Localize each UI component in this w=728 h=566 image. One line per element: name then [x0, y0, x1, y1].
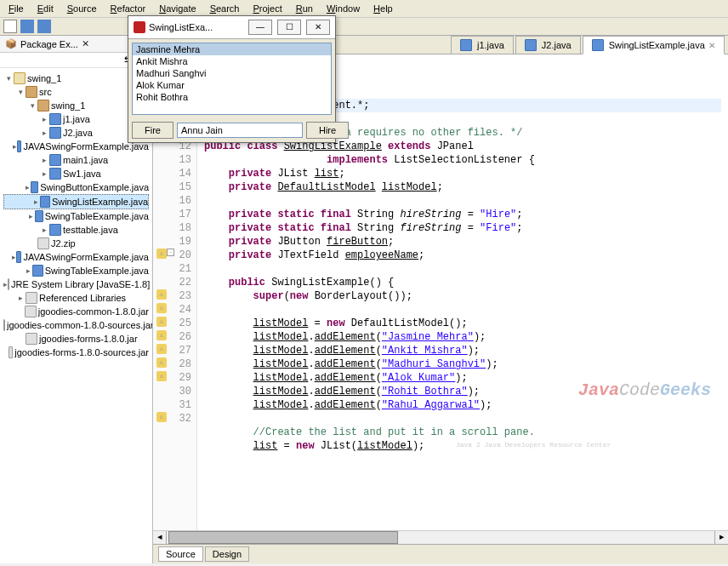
editor-tab[interactable]: SwingListExample.java✕ [583, 36, 725, 54]
save-all-icon[interactable] [37, 20, 51, 33]
fold-icon[interactable]: - [167, 249, 174, 256]
warning-marker-icon[interactable]: ⚠ [156, 357, 167, 368]
tree-toggle-icon[interactable]: ▸ [27, 212, 34, 220]
menu-window[interactable]: Window [321, 2, 365, 15]
tree-node[interactable]: ▸Referenced Libraries [3, 291, 149, 305]
tree-toggle-icon[interactable]: ▾ [27, 101, 37, 110]
close-button[interactable]: ✕ [306, 20, 330, 35]
code-line[interactable]: super(new BorderLayout()); [204, 289, 721, 303]
employee-name-input[interactable] [177, 123, 303, 138]
editor-tab[interactable]: J2.java [515, 36, 581, 54]
fire-button[interactable]: Fire [132, 122, 173, 139]
tree-node[interactable]: ▸SwingButtonExample.java [3, 180, 149, 194]
tree-node[interactable]: jgoodies-common-1.8.0-sources.jar [3, 318, 149, 332]
tree-node[interactable]: ▸SwingListExample.java [3, 194, 149, 209]
tree-node[interactable]: ▸main1.java [3, 153, 149, 167]
list-item[interactable]: Madhuri Sanghvi [133, 67, 331, 79]
hire-button[interactable]: Hire [306, 122, 349, 139]
tree-toggle-icon[interactable]: ▸ [39, 115, 49, 123]
code-line[interactable]: private JList list; [204, 167, 721, 180]
code-line[interactable]: public SwingListExample() { [204, 276, 721, 289]
code-line[interactable]: listModel = new DefaultListModel(); [204, 317, 721, 330]
code-line[interactable]: private static final String fireString =… [204, 221, 721, 235]
tree-toggle-icon[interactable]: ▾ [15, 88, 26, 96]
tree-node[interactable]: ▸JAVASwingFormExample.java [3, 250, 149, 264]
swing-titlebar[interactable]: SwingListExa... — ☐ ✕ [128, 16, 335, 39]
code-line[interactable]: listModel.addElement("Ankit Mishra"); [204, 344, 721, 357]
warning-marker-icon[interactable]: ⚠ [156, 249, 167, 259]
file-icon [31, 181, 38, 193]
tree-node[interactable]: ▸testtable.java [3, 223, 149, 237]
swing-app-window[interactable]: SwingListExa... — ☐ ✕ Jasmine MehraAnkit… [128, 15, 336, 143]
code-line[interactable]: //Create the list and put it in a scroll… [204, 426, 721, 439]
tree-toggle-icon[interactable]: ▸ [39, 169, 49, 178]
code-line[interactable]: listModel.addElement("Alok Kumar"); [204, 371, 721, 385]
menu-refactor[interactable]: Refactor [105, 2, 151, 15]
code-line[interactable]: listModel.addElement("Madhuri Sanghvi"); [204, 357, 721, 371]
tree-node[interactable]: ▸Sw1.java [3, 167, 149, 180]
menu-edit[interactable]: Edit [32, 2, 59, 15]
code-line[interactable]: private JTextField employeeName; [204, 249, 721, 262]
tree-node[interactable]: J2.zip [3, 237, 149, 250]
warning-marker-icon[interactable]: ⚠ [156, 344, 167, 354]
menu-project[interactable]: Project [248, 2, 287, 15]
tree-toggle-icon[interactable]: ▸ [15, 294, 26, 302]
tree-node[interactable]: jgoodies-forms-1.8.0-sources.jar [3, 346, 149, 359]
close-icon[interactable]: ✕ [708, 41, 715, 50]
bottom-tab-source[interactable]: Source [158, 546, 203, 562]
swing-employee-list[interactable]: Jasmine MehraAnkit MishraMadhuri Sanghvi… [132, 43, 332, 115]
save-icon[interactable] [20, 20, 34, 33]
warning-marker-icon[interactable]: ⚠ [156, 330, 167, 340]
list-item[interactable]: Rohit Bothra [133, 91, 331, 103]
warning-marker-icon[interactable]: ⚠ [156, 289, 167, 300]
tree-label: jgoodies-forms-1.8.0.jar [39, 334, 138, 344]
code-line[interactable]: listModel.addElement("Jasmine Mehra"); [204, 330, 721, 344]
list-item[interactable]: Ankit Mishra [133, 55, 331, 67]
menu-file[interactable]: File [3, 2, 29, 15]
tab-label: SwingListExample.java [609, 40, 705, 50]
tree-toggle-icon[interactable]: ▸ [25, 183, 31, 192]
minimize-button[interactable]: — [248, 20, 272, 35]
editor-tab[interactable]: j1.java [451, 36, 514, 54]
new-icon[interactable] [3, 20, 17, 33]
warning-marker-icon[interactable]: ⚠ [156, 412, 167, 422]
menu-source[interactable]: Source [62, 2, 102, 15]
tree-toggle-icon[interactable]: ▸ [39, 156, 49, 164]
menu-search[interactable]: Search [205, 2, 245, 15]
code-line[interactable]: private JButton fireButton; [204, 235, 721, 249]
code-line[interactable]: private static final String hireString =… [204, 208, 721, 221]
tree-toggle-icon[interactable]: ▸ [39, 226, 49, 234]
code-line[interactable]: listModel.addElement("Rohit Bothra"); [204, 385, 721, 398]
menu-bar: FileEditSourceRefactorNavigateSearchProj… [0, 0, 728, 18]
code-line[interactable] [204, 194, 721, 208]
code-line[interactable]: list = new JList(listModel); [204, 439, 721, 453]
menu-run[interactable]: Run [291, 2, 318, 15]
bottom-tab-design[interactable]: Design [205, 546, 249, 562]
tree-toggle-icon[interactable]: ▸ [39, 129, 49, 137]
maximize-button[interactable]: ☐ [277, 20, 301, 35]
warning-marker-icon[interactable]: ⚠ [156, 303, 167, 313]
tree-toggle-icon[interactable]: ▸ [32, 197, 40, 206]
tree-toggle-icon[interactable]: ▸ [24, 266, 32, 275]
file-icon [14, 72, 26, 84]
code-line[interactable]: listModel.addElement("Rahul Aggarwal"); [204, 398, 721, 412]
menu-help[interactable]: Help [368, 2, 398, 15]
tree-node[interactable]: ▸SwingTableExample.java [3, 209, 149, 223]
warning-marker-icon[interactable]: ⚠ [156, 371, 167, 381]
code-line[interactable] [204, 412, 721, 426]
tree-node[interactable]: ▸JRE System Library [JavaSE-1.8] [3, 277, 149, 291]
list-item[interactable]: Alok Kumar [133, 79, 331, 91]
tree-node[interactable]: jgoodies-forms-1.8.0.jar [3, 332, 149, 346]
tree-node[interactable]: jgoodies-common-1.8.0.jar [3, 305, 149, 318]
code-line[interactable]: implements ListSelectionListener { [204, 153, 721, 167]
tree-label: jgoodies-common-1.8.0-sources.jar [7, 320, 152, 330]
tree-node[interactable]: ▸SwingTableExample.java [3, 264, 149, 277]
horizontal-scrollbar[interactable]: ◂ ▸ [153, 530, 728, 544]
menu-navigate[interactable]: Navigate [154, 2, 201, 15]
code-line[interactable]: private DefaultListModel listModel; [204, 180, 721, 194]
code-line[interactable] [204, 262, 721, 276]
tree-toggle-icon[interactable]: ▾ [3, 74, 14, 83]
list-item[interactable]: Jasmine Mehra [133, 43, 331, 55]
code-line[interactable] [204, 303, 721, 317]
warning-marker-icon[interactable]: ⚠ [156, 317, 167, 327]
